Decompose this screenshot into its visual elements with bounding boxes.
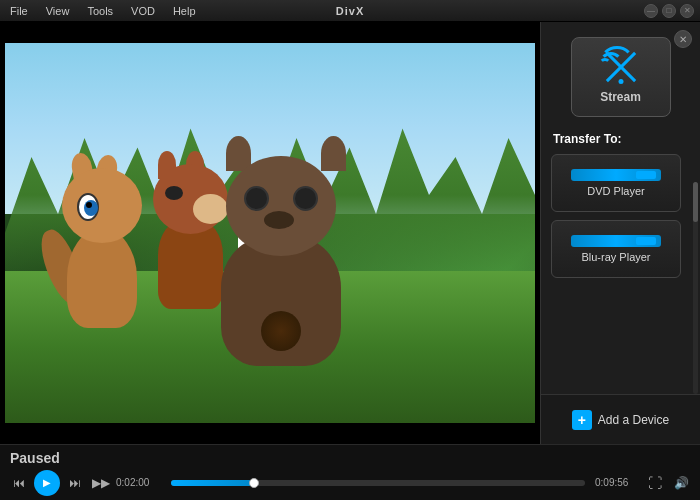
title-bar: File View Tools VOD Help DivX — □ ✕ (0, 0, 700, 22)
stream-icon (599, 50, 643, 84)
app-title: DivX (336, 5, 364, 17)
scrollbar-thumb[interactable] (693, 182, 698, 222)
skip-back-button[interactable]: ⏮ (8, 472, 30, 494)
content-area: ✕ Stream Transfer To: DVD P (0, 22, 700, 444)
main-container: ✕ Stream Transfer To: DVD P (0, 22, 700, 500)
playback-status: Paused (10, 450, 60, 466)
transfer-to-label: Transfer To: (541, 127, 700, 154)
bottom-bar: Paused ⏮ ▶ ⏭ ▶▶ 0:02:00 0:09:56 ⛶ 🔊 (0, 444, 700, 500)
big-eye-right (293, 186, 318, 211)
menu-bar: File View Tools VOD Help (6, 3, 200, 19)
big-held-object (261, 311, 301, 351)
fullscreen-button[interactable]: ⛶ (644, 473, 666, 493)
menu-file[interactable]: File (6, 3, 32, 19)
big-nose (264, 211, 294, 229)
time-total: 0:09:56 (595, 477, 640, 488)
big-eye-left (244, 186, 269, 211)
big-head (226, 156, 336, 256)
creature-big (206, 166, 366, 366)
menu-help[interactable]: Help (169, 3, 200, 19)
video-area[interactable] (0, 22, 540, 444)
maximize-button[interactable]: □ (662, 4, 676, 18)
time-current: 0:02:00 (116, 477, 161, 488)
play-button[interactable]: ▶ (34, 470, 60, 496)
fast-fwd-button[interactable]: ▶▶ (90, 472, 112, 494)
creature-squirrel (47, 178, 167, 328)
bluray-player-label: Blu-ray Player (581, 251, 650, 263)
squirrel-pupil (84, 200, 98, 216)
bluray-player-icon (571, 235, 661, 247)
playback-controls: ⏮ ▶ ⏭ ▶▶ 0:02:00 0:09:56 ⛶ 🔊 (0, 468, 700, 498)
status-bar: Paused (0, 448, 700, 468)
dvd-player-label: DVD Player (587, 185, 644, 197)
menu-tools[interactable]: Tools (83, 3, 117, 19)
stream-button[interactable]: Stream (571, 37, 671, 117)
skip-fwd-button[interactable]: ⏭ (64, 472, 86, 494)
volume-button[interactable]: 🔊 (670, 472, 692, 494)
devices-scrollbar[interactable] (693, 182, 698, 394)
minimize-button[interactable]: — (644, 4, 658, 18)
big-ear-right (321, 136, 346, 171)
squirrel-head (62, 168, 142, 243)
add-device-area[interactable]: + Add a Device (541, 394, 700, 444)
video-frame (5, 43, 535, 423)
device-bluray-player[interactable]: Blu-ray Player (551, 220, 681, 278)
dvd-player-icon (571, 169, 661, 181)
window-controls: — □ ✕ (644, 4, 694, 18)
devices-list: DVD Player Blu-ray Player (541, 154, 700, 394)
menu-view[interactable]: View (42, 3, 74, 19)
panel-close-button[interactable]: ✕ (674, 30, 692, 48)
stream-label: Stream (600, 90, 641, 104)
wifi-arc-small (599, 58, 611, 70)
progress-fill (171, 480, 254, 486)
right-panel: ✕ Stream Transfer To: DVD P (540, 22, 700, 444)
squirrel-iris (86, 202, 92, 208)
wifi-dot (618, 79, 623, 84)
squirrel-body (67, 228, 137, 328)
add-device-label: Add a Device (598, 413, 669, 427)
close-button[interactable]: ✕ (680, 4, 694, 18)
squirrel-eye (77, 193, 99, 221)
video-scene (5, 43, 535, 423)
progress-handle[interactable] (249, 478, 259, 488)
menu-vod[interactable]: VOD (127, 3, 159, 19)
device-dvd-player[interactable]: DVD Player (551, 154, 681, 212)
progress-bar[interactable] (171, 480, 585, 486)
add-device-icon: + (572, 410, 592, 430)
